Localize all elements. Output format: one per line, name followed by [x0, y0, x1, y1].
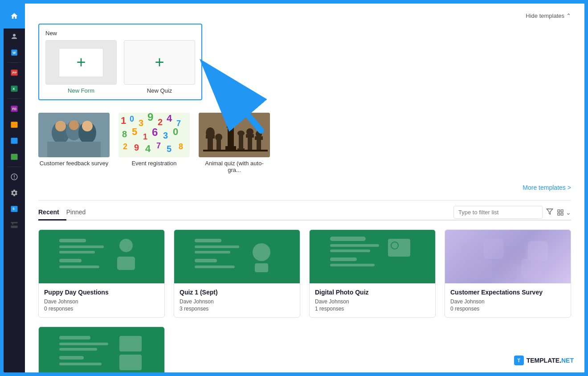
svg-rect-99 — [521, 259, 541, 279]
svg-rect-96 — [528, 241, 548, 261]
svg-point-0 — [13, 34, 16, 37]
form-card-responses-3: 0 responses — [450, 306, 565, 312]
nav-icon-8[interactable] — [9, 151, 20, 162]
divider — [38, 200, 571, 200]
svg-rect-80 — [195, 245, 239, 248]
nav-icon-12[interactable]: ■ — [9, 220, 20, 230]
svg-rect-83 — [195, 266, 235, 268]
form-card-1[interactable]: Quiz 1 (Sept) Dave Johnson 3 responses — [174, 229, 300, 318]
more-templates-label: More templates — [523, 184, 565, 191]
tab-recent[interactable]: Recent — [38, 205, 66, 221]
form-card-0[interactable]: Puppy Day Questions Dave Johnson 0 respo… — [38, 229, 165, 318]
svg-rect-63 — [257, 139, 261, 151]
form-card-body-2: Digital Photo Quiz Dave Johnson 1 respon… — [310, 283, 435, 317]
new-label: New — [45, 30, 195, 37]
nav-icon-6[interactable] — [9, 119, 20, 130]
nav-icon-3[interactable]: PP — [9, 67, 20, 78]
svg-rect-14 — [11, 226, 18, 228]
customer-feedback-label: Customer feedback survey — [40, 160, 109, 167]
svg-point-50 — [206, 127, 215, 138]
svg-text:X: X — [12, 87, 15, 91]
form-card-2[interactable]: Digital Photo Quiz Dave Johnson 1 respon… — [309, 229, 436, 318]
svg-rect-23 — [47, 142, 101, 157]
event-registration-label: Event registration — [131, 160, 176, 167]
nav-icon-4[interactable]: X — [9, 83, 20, 94]
svg-rect-75 — [59, 259, 82, 262]
svg-rect-51 — [216, 139, 221, 151]
branding-logo-text: T — [517, 358, 520, 363]
form-card-3[interactable]: Customer Expectations Survey Dave Johnso… — [445, 229, 571, 318]
nav-icon-11[interactable]: S — [9, 204, 20, 214]
customer-feedback-template[interactable]: Customer feedback survey — [38, 113, 110, 167]
sidebar-divider-1 — [8, 62, 21, 63]
nav-icon-2[interactable]: W — [9, 47, 20, 58]
form-card-thumb-4 — [39, 327, 164, 372]
svg-rect-104 — [59, 363, 102, 365]
event-registration-template[interactable]: 1 0 3 9 2 4 7 8 5 1 6 3 0 — [118, 113, 190, 167]
new-quiz-label: New Quiz — [147, 87, 172, 94]
nav-icon-7[interactable] — [9, 135, 20, 146]
hide-templates-label: Hide templates — [526, 12, 564, 19]
svg-text:0: 0 — [173, 126, 178, 137]
svg-rect-85 — [255, 263, 268, 272]
view-toggle-arrow: ⌄ — [566, 209, 571, 216]
svg-rect-82 — [195, 259, 217, 262]
forms-grid: Puppy Day Questions Dave Johnson 0 respo… — [38, 229, 571, 372]
home-icon[interactable] — [9, 11, 20, 21]
animal-quiz-label: Animal quiz (with auto-gra... — [199, 160, 270, 173]
hide-templates-button[interactable]: Hide templates ⌃ — [526, 12, 571, 19]
event-registration-thumb: 1 0 3 9 2 4 7 8 5 1 6 3 0 — [118, 113, 190, 157]
svg-rect-94 — [483, 239, 503, 259]
svg-text:PP: PP — [12, 71, 17, 75]
recent-section: Recent Pinned ⌄ — [38, 205, 571, 372]
svg-rect-54 — [225, 146, 236, 150]
svg-rect-56 — [227, 126, 233, 128]
svg-point-84 — [253, 243, 270, 261]
svg-point-52 — [215, 134, 222, 141]
animal-quiz-template[interactable]: Animal quiz (with auto-gra... — [199, 113, 270, 173]
tab-pinned[interactable]: Pinned — [66, 205, 93, 221]
new-form-card[interactable]: + New Form — [45, 40, 117, 94]
svg-rect-10 — [11, 138, 18, 144]
branding-name: TEMPLATE.NET — [527, 357, 574, 364]
svg-text:S: S — [12, 207, 15, 210]
svg-text:0: 0 — [130, 114, 134, 123]
animal-quiz-thumb — [199, 113, 270, 157]
nav-icon-10[interactable] — [9, 188, 20, 198]
filter-input[interactable] — [453, 206, 543, 219]
sidebar-top — [4, 4, 25, 29]
templates-header: Hide templates ⌃ — [38, 12, 571, 19]
form-card-title-3: Customer Expectations Survey — [450, 289, 565, 296]
form-card-body-3: Customer Expectations Survey Dave Johnso… — [445, 283, 571, 317]
form-card-4[interactable]: Survey 1 Dave Johnson 2 responses — [38, 327, 165, 372]
svg-rect-86 — [330, 237, 366, 241]
svg-rect-98 — [497, 263, 517, 281]
svg-rect-103 — [59, 356, 84, 360]
form-card-author-1: Dave Johnson — [180, 298, 294, 305]
nav-icon-5[interactable]: FO — [9, 103, 20, 114]
svg-text:W: W — [12, 51, 16, 55]
svg-rect-66 — [203, 150, 268, 151]
filter-area: ⌄ — [453, 206, 571, 219]
sidebar: W PP X FO S ■ — [4, 4, 25, 372]
more-templates-button[interactable]: More templates > — [523, 184, 571, 191]
svg-rect-91 — [388, 239, 410, 257]
svg-point-58 — [237, 131, 245, 136]
new-quiz-card[interactable]: + New Quiz — [124, 40, 195, 94]
form-card-author-2: Dave Johnson — [315, 298, 430, 305]
svg-rect-101 — [59, 343, 108, 345]
nav-icon-1[interactable] — [9, 31, 20, 42]
form-card-body-1: Quiz 1 (Sept) Dave Johnson 3 responses — [174, 283, 300, 317]
svg-rect-100 — [59, 336, 90, 339]
form-card-responses-0: 0 responses — [44, 306, 159, 312]
new-form-thumb: + — [45, 40, 117, 85]
form-card-body-0: Puppy Day Questions Dave Johnson 0 respo… — [39, 283, 164, 317]
template-logo: T — [514, 356, 524, 365]
svg-text:4: 4 — [145, 143, 151, 154]
more-templates-section: More templates > — [38, 184, 571, 191]
nav-icon-9[interactable] — [9, 172, 20, 182]
svg-rect-9 — [11, 122, 18, 128]
svg-point-62 — [246, 128, 253, 135]
svg-marker-67 — [547, 209, 552, 214]
view-toggle[interactable]: ⌄ — [557, 209, 571, 216]
